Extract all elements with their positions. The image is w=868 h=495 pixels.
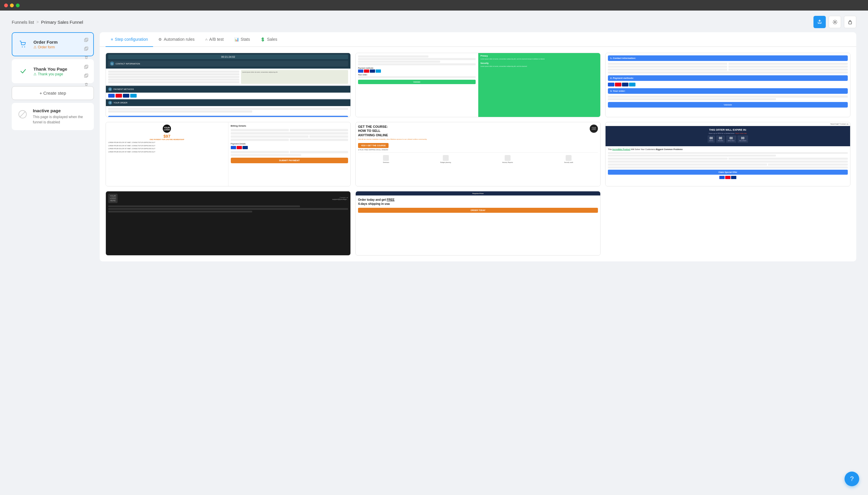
inactive-page-title: Inactive page: [33, 108, 89, 113]
breadcrumb-parent[interactable]: Funnels list: [12, 20, 34, 24]
template-6[interactable]: Need help? Contact us THIS OFFER WILL EX…: [605, 122, 850, 186]
tab-stats-label: Stats: [241, 37, 250, 41]
content-area: Order Form ⚠ Order form: [0, 32, 868, 273]
thank-you-title: Thank You Page: [33, 67, 88, 71]
tab-stats[interactable]: 📊 Stats: [229, 32, 255, 47]
delete-icon-2[interactable]: [83, 81, 90, 88]
automation-icon: ⚙: [158, 37, 162, 41]
minimize-button[interactable]: [10, 3, 14, 7]
svg-rect-11: [85, 74, 88, 76]
tab-step-config-label: Step configuration: [115, 37, 148, 41]
svg-rect-9: [85, 65, 88, 68]
top-bar: Funnels list > Primary Sales Funnel: [0, 11, 868, 32]
breadcrumb: Funnels list > Primary Sales Funnel: [12, 20, 83, 24]
duplicate-icon-2[interactable]: [83, 72, 90, 79]
svg-rect-10: [84, 75, 87, 78]
step-config-icon: ≡: [111, 37, 113, 41]
svg-rect-8: [84, 66, 87, 69]
maximize-button[interactable]: [16, 3, 20, 7]
breadcrumb-separator: >: [36, 20, 39, 24]
warning-icon-2: ⚠: [33, 72, 37, 76]
svg-rect-6: [84, 48, 87, 50]
help-icon: ?: [850, 475, 854, 483]
main-panel: ≡ Step configuration ⚙ Automation rules …: [100, 32, 856, 261]
create-step-button[interactable]: + Create step: [12, 86, 94, 100]
template-1[interactable]: 00:21:24:02 1 CONTACT INFORMATION: [105, 53, 351, 117]
template-3[interactable]: 1. Contact information:: [605, 53, 850, 117]
svg-rect-5: [85, 38, 88, 41]
check-icon: [17, 65, 29, 78]
thank-you-actions: [83, 63, 90, 88]
svg-rect-1: [849, 22, 852, 24]
settings-button[interactable]: [829, 16, 841, 28]
tab-step-configuration[interactable]: ≡ Step configuration: [105, 32, 153, 47]
inactive-page-description: This page is displayed when the funnel i…: [33, 114, 89, 125]
sidebar: Order Form ⚠ Order form: [12, 32, 94, 261]
inactive-page-card: Inactive page This page is displayed whe…: [12, 103, 94, 130]
tab-automation-label: Automation rules: [164, 37, 195, 41]
ab-icon: ⑃: [205, 37, 207, 41]
sales-icon: 💲: [261, 37, 265, 41]
inactive-icon: [16, 108, 29, 120]
copy-icon-2[interactable]: [83, 63, 90, 70]
order-form-info: Order Form ⚠ Order form: [33, 39, 88, 49]
templates-grid: 00:21:24:02 1 CONTACT INFORMATION: [100, 47, 856, 261]
breadcrumb-current: Primary Sales Funnel: [41, 20, 83, 24]
order-form-actions: [83, 36, 90, 61]
tab-automation-rules[interactable]: ⚙ Automation rules: [153, 32, 200, 47]
template-8[interactable]: Regular Price Order today and get FREE4-…: [355, 191, 601, 256]
template-5[interactable]: GET THE COURSE:HOW TO SELLANYTHING ONLIN…: [355, 122, 601, 186]
tab-ab-label: A/B test: [210, 37, 224, 41]
template-4[interactable]: YOURLOGO $97 ONE PAYMENT FOR LIFETIME ME…: [105, 122, 351, 186]
lock-button[interactable]: [844, 16, 856, 28]
step-thank-you[interactable]: Thank You Page ⚠ Thank you page: [12, 59, 94, 83]
thank-you-info: Thank You Page ⚠ Thank you page: [33, 67, 88, 76]
order-form-title: Order Form: [33, 39, 88, 45]
warning-icon: ⚠: [33, 45, 37, 49]
template-2[interactable]: Payment methods: Your order:: [355, 53, 601, 117]
window-chrome: [0, 0, 868, 11]
copy-icon-1[interactable]: [83, 36, 90, 44]
thank-you-subtitle: ⚠ Thank you page: [33, 72, 88, 76]
app-container: Funnels list > Primary Sales Funnel: [0, 11, 868, 495]
svg-rect-7: [85, 47, 88, 50]
stats-icon: 📊: [234, 37, 239, 41]
tab-ab-test[interactable]: ⑃ A/B test: [200, 32, 229, 47]
help-button[interactable]: ?: [845, 472, 859, 486]
close-button[interactable]: [4, 3, 8, 7]
tab-sales-label: Sales: [267, 37, 277, 41]
step-order-form[interactable]: Order Form ⚠ Order form: [12, 32, 94, 56]
svg-rect-4: [84, 39, 87, 41]
template-7[interactable]: YOURLOGOHERE Contact ussupport@yourlogo.…: [105, 191, 351, 256]
cart-icon: [17, 38, 29, 50]
top-bar-actions: [814, 16, 856, 28]
svg-point-0: [834, 21, 836, 23]
share-button[interactable]: [814, 16, 826, 28]
svg-point-2: [22, 47, 23, 48]
tabs-bar: ≡ Step configuration ⚙ Automation rules …: [100, 32, 856, 47]
order-form-subtitle: ⚠ Order form: [33, 45, 88, 49]
duplicate-icon-1[interactable]: [83, 45, 90, 52]
svg-point-3: [24, 47, 25, 48]
inactive-page-info: Inactive page This page is displayed whe…: [33, 108, 89, 125]
tab-sales[interactable]: 💲 Sales: [255, 32, 282, 47]
